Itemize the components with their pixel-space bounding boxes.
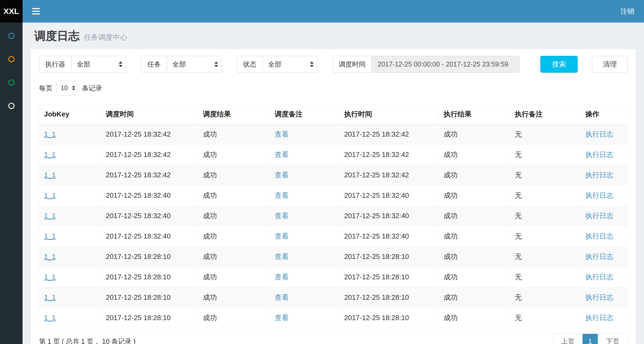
trigger-time-cell: 2017-12-25 18:32:40 [101,185,198,206]
col-header-trigger-time[interactable]: 调度时间 [101,104,198,124]
trigger-result-cell: 成功 [198,267,270,287]
exec-log-link[interactable]: 执行日志 [585,212,613,220]
exec-log-link[interactable]: 执行日志 [585,232,613,240]
pagination: 上页 1 下页 [553,334,628,344]
handle-result-cell: 成功 [439,287,510,308]
handle-result-cell: 成功 [439,206,510,226]
exec-log-link-cell: 执行日志 [580,308,627,328]
handle-msg-cell: 无 [510,206,580,226]
exec-log-link[interactable]: 执行日志 [585,293,613,301]
jobkey-link[interactable]: 1_1 [44,151,56,159]
col-header-handle-time[interactable]: 执行时间 [339,104,439,124]
app-logo[interactable]: XXL [0,0,23,23]
sidebar-item-4[interactable] [8,103,15,109]
handle-msg-cell: 无 [510,124,580,145]
table-row: 1_12017-12-25 18:32:42成功查看2017-12-25 18:… [39,165,628,185]
sidebar-toggle-icon[interactable] [32,8,40,14]
exec-log-link[interactable]: 执行日志 [585,151,613,159]
status-filter-group: 状态 全部 [237,56,317,73]
content-header: 调度日志 任务调度中心 [31,23,636,49]
handle-time-cell: 2017-12-25 18:32:40 [339,226,439,247]
exec-log-link[interactable]: 执行日志 [585,314,613,322]
view-trigger-msg-link-cell: 查看 [270,267,339,287]
circle-icon-white [8,103,15,109]
exec-log-link[interactable]: 执行日志 [585,191,613,199]
sidebar-item-3[interactable] [8,79,15,86]
jobkey-link[interactable]: 1_1 [44,191,56,199]
table-row: 1_12017-12-25 18:28:10成功查看2017-12-25 18:… [39,308,628,328]
next-page-button[interactable]: 下页 [598,334,628,344]
jobkey-link-cell: 1_1 [39,308,101,328]
handle-time-cell: 2017-12-25 18:28:10 [339,287,439,308]
trigger-result-cell: 成功 [198,226,270,247]
jobkey-link[interactable]: 1_1 [44,293,56,301]
prev-page-button[interactable]: 上页 [553,334,583,344]
trigger-time-cell: 2017-12-25 18:28:10 [101,287,198,308]
view-trigger-msg-link[interactable]: 查看 [275,252,289,261]
view-trigger-msg-link-cell: 查看 [270,124,339,145]
handle-time-cell: 2017-12-25 18:32:42 [339,145,439,165]
col-header-trigger-msg[interactable]: 调度备注 [270,104,339,124]
sidebar-item-1[interactable] [8,33,15,39]
view-trigger-msg-link-cell: 查看 [270,226,339,247]
col-header-trigger-result[interactable]: 调度结果 [198,104,270,124]
col-header-handle-result[interactable]: 执行结果 [439,104,510,124]
exec-log-link[interactable]: 执行日志 [585,273,613,281]
view-trigger-msg-link[interactable]: 查看 [275,314,289,322]
view-trigger-msg-link[interactable]: 查看 [275,212,289,220]
view-trigger-msg-link[interactable]: 查看 [275,130,289,138]
jobkey-link[interactable]: 1_1 [44,314,56,322]
jobkey-link-cell: 1_1 [39,165,101,185]
sidebar-item-2[interactable] [8,56,15,62]
per-page-suffix-label: 条记录 [82,84,102,93]
handle-result-cell: 成功 [439,185,510,206]
jobkey-link-cell: 1_1 [39,206,101,226]
view-trigger-msg-link-cell: 查看 [270,206,339,226]
trigger-time-cell: 2017-12-25 18:32:40 [101,226,198,247]
select-arrows-icon [72,86,75,90]
jobkey-link[interactable]: 1_1 [44,252,56,261]
exec-log-link[interactable]: 执行日志 [585,171,613,179]
per-page-select[interactable]: 10 [56,81,78,95]
handle-result-cell: 成功 [439,226,510,247]
col-header-handle-msg[interactable]: 执行备注 [510,104,580,124]
log-table: JobKey调度时间调度结果调度备注执行时间执行结果执行备注操作 1_12017… [39,104,628,328]
col-header-action[interactable]: 操作 [580,104,627,124]
jobkey-link-cell: 1_1 [39,247,101,267]
content-area: 调度日志 任务调度中心 执行器 全部 任务 全部 状态 [23,23,644,344]
time-filter-label: 调度时间 [332,56,371,73]
status-select[interactable]: 全部 [262,56,317,73]
exec-log-link[interactable]: 执行日志 [585,252,613,261]
executor-select[interactable]: 全部 [71,56,126,73]
jobkey-link[interactable]: 1_1 [44,273,56,281]
jobkey-link[interactable]: 1_1 [44,171,56,179]
logout-link[interactable]: 注销 [620,7,634,16]
view-trigger-msg-link[interactable]: 查看 [275,273,289,281]
view-trigger-msg-link[interactable]: 查看 [275,171,289,179]
job-select[interactable]: 全部 [167,56,222,73]
view-trigger-msg-link[interactable]: 查看 [275,151,289,159]
col-header-jobkey[interactable]: JobKey [39,104,101,124]
clear-button[interactable]: 清理 [592,56,628,73]
view-trigger-msg-link-cell: 查看 [270,247,339,267]
handle-result-cell: 成功 [439,165,510,185]
jobkey-link[interactable]: 1_1 [44,232,56,240]
handle-msg-cell: 无 [510,145,580,165]
exec-log-link[interactable]: 执行日志 [585,130,613,138]
jobkey-link-cell: 1_1 [39,185,101,206]
jobkey-link-cell: 1_1 [39,226,101,247]
time-range-input[interactable] [371,56,519,73]
jobkey-link[interactable]: 1_1 [44,130,56,138]
jobkey-link[interactable]: 1_1 [44,212,56,220]
search-button[interactable]: 搜索 [540,56,578,73]
table-row: 1_12017-12-25 18:32:40成功查看2017-12-25 18:… [39,206,628,226]
view-trigger-msg-link[interactable]: 查看 [275,191,289,199]
view-trigger-msg-link[interactable]: 查看 [275,232,289,240]
view-trigger-msg-link[interactable]: 查看 [275,293,289,301]
job-filter-group: 任务 全部 [141,56,222,73]
current-page-button[interactable]: 1 [583,334,598,344]
handle-result-cell: 成功 [439,308,510,328]
select-arrows-icon [214,61,218,67]
table-footer: 第 1 页 ( 总共 1 页， 10 条记录 ) 上页 1 下页 [39,334,628,344]
view-trigger-msg-link-cell: 查看 [270,308,339,328]
